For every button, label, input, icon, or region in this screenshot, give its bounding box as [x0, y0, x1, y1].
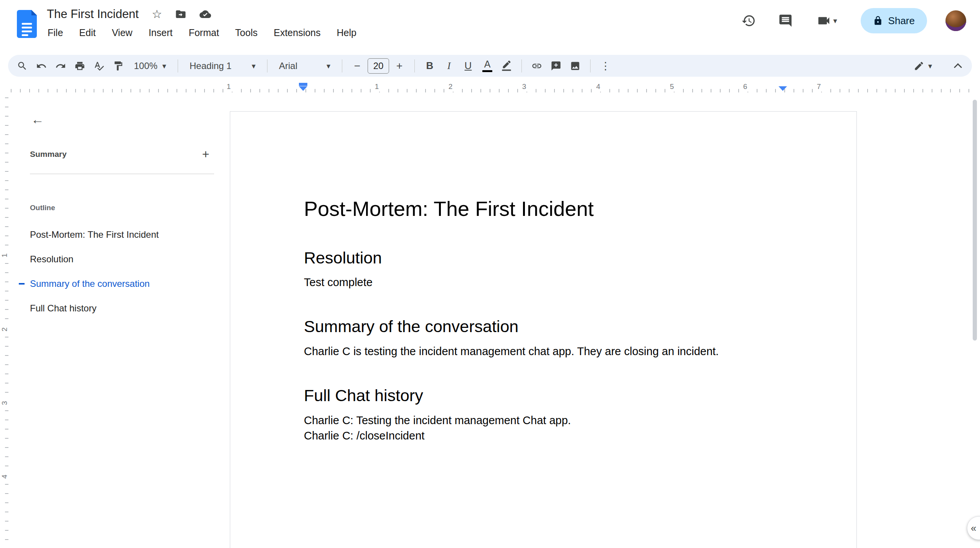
doc-heading[interactable]: Full Chat history: [304, 386, 784, 406]
comments-button[interactable]: [776, 12, 795, 30]
menu-extensions[interactable]: Extensions: [273, 26, 321, 39]
document-title[interactable]: The First Incident: [47, 7, 139, 21]
doc-title-heading[interactable]: Post-Mortem: The First Incident: [304, 196, 784, 221]
outline-item-label: Resolution: [30, 254, 73, 265]
back-button[interactable]: ←: [27, 109, 48, 130]
ruler-number: 1: [224, 82, 233, 92]
undo-button[interactable]: [33, 57, 50, 75]
lock-icon: [873, 16, 883, 26]
doc-paragraph[interactable]: Test complete: [304, 275, 784, 290]
comment-add-icon: [551, 61, 561, 71]
add-comment-button[interactable]: [547, 57, 565, 75]
paint-format-button[interactable]: [109, 57, 127, 75]
italic-button[interactable]: I: [440, 57, 458, 75]
spellcheck-button[interactable]: [90, 57, 108, 75]
outline-item-label: Summary of the conversation: [30, 278, 150, 289]
toolbar: 100% ▾ Heading 1 ▾ Arial ▾ − 20 + B I U …: [8, 55, 972, 77]
menu-file[interactable]: File: [47, 26, 64, 39]
text-color-label: A: [484, 59, 491, 69]
doc-section-summary: Summary of the conversation Charlie C is…: [304, 317, 784, 359]
chevron-down-icon: ▾: [162, 62, 166, 70]
font-family-select[interactable]: Arial ▾: [274, 57, 336, 75]
docs-logo[interactable]: [17, 10, 37, 38]
indent-marker-left[interactable]: [299, 83, 307, 91]
toolbar-separator: [178, 59, 178, 72]
outline-item-label: Post-Mortem: The First Incident: [30, 229, 159, 240]
insert-link-button[interactable]: [528, 57, 546, 75]
doc-paragraph[interactable]: Charlie C: Testing the incident manageme…: [304, 413, 784, 428]
paragraph-style-select[interactable]: Heading 1 ▾: [184, 57, 261, 75]
doc-heading[interactable]: Resolution: [304, 248, 784, 268]
doc-section-resolution: Resolution Test complete: [304, 248, 784, 290]
ruler-number: 2: [446, 82, 455, 92]
vertical-scrollbar[interactable]: [973, 100, 977, 341]
text-color-swatch: [482, 70, 492, 72]
outline-item[interactable]: Full Chat history: [11, 296, 222, 321]
bold-button[interactable]: B: [421, 57, 439, 75]
ruler-number: 7: [815, 82, 823, 92]
menu-tools[interactable]: Tools: [234, 26, 258, 39]
toolbar-separator: [521, 59, 522, 72]
meet-button[interactable]: ▾: [813, 12, 841, 30]
menu-view[interactable]: View: [111, 26, 133, 39]
editing-mode-button[interactable]: ▾: [910, 58, 936, 74]
ruler-number: 6: [741, 82, 750, 92]
collapse-left-icon: «: [971, 522, 976, 534]
chevron-down-icon: ▾: [327, 62, 330, 70]
underline-button[interactable]: U: [459, 57, 477, 75]
more-options-button[interactable]: ⋮: [597, 57, 614, 75]
font-size-input[interactable]: 20: [368, 58, 389, 74]
paragraph-style-value: Heading 1: [190, 61, 231, 71]
chevron-up-icon: [954, 63, 962, 71]
outline-item[interactable]: Post-Mortem: The First Incident: [11, 222, 222, 247]
ruler-number: 5: [668, 82, 676, 92]
summary-label: Summary: [30, 150, 67, 159]
highlight-color-button[interactable]: [498, 57, 515, 75]
search-button[interactable]: [13, 57, 31, 75]
chevron-down-icon: ▾: [928, 62, 932, 70]
decrease-font-size-button[interactable]: −: [348, 57, 366, 75]
redo-icon: [55, 61, 66, 71]
toolbar-separator: [414, 59, 415, 72]
outline-item-active[interactable]: Summary of the conversation: [11, 272, 222, 296]
active-indicator: [19, 283, 25, 285]
doc-section-chat-history: Full Chat history Charlie C: Testing the…: [304, 386, 784, 443]
star-icon[interactable]: ☆: [152, 8, 162, 20]
menu-bar: File Edit View Insert Format Tools Exten…: [47, 26, 357, 39]
print-button[interactable]: [71, 57, 89, 75]
document-page[interactable]: Post-Mortem: The First Incident Resoluti…: [230, 111, 857, 548]
move-folder-icon[interactable]: [175, 8, 186, 20]
font-family-value: Arial: [279, 61, 297, 71]
outline-panel: ← Summary + Outline Post-Mortem: The Fir…: [11, 95, 226, 548]
hide-menus-button[interactable]: [949, 57, 967, 75]
menu-help[interactable]: Help: [336, 26, 357, 39]
redo-button[interactable]: [52, 57, 69, 75]
zoom-select[interactable]: 100% ▾: [129, 57, 172, 75]
left-indent-marker[interactable]: [299, 86, 307, 91]
expand-side-panel-button[interactable]: «: [967, 516, 980, 540]
search-icon: [17, 61, 28, 71]
outline-item[interactable]: Resolution: [11, 247, 222, 272]
doc-paragraph[interactable]: Charlie C is testing the incident manage…: [304, 344, 784, 359]
insert-image-button[interactable]: [566, 57, 584, 75]
share-button[interactable]: Share: [861, 8, 927, 33]
ruler-number: 3: [0, 398, 10, 408]
indent-marker-right[interactable]: [779, 86, 787, 91]
add-summary-button[interactable]: +: [197, 146, 214, 163]
doc-heading[interactable]: Summary of the conversation: [304, 317, 784, 337]
version-history-button[interactable]: [739, 12, 758, 30]
right-indent-marker[interactable]: [779, 86, 787, 91]
menu-format[interactable]: Format: [188, 26, 220, 39]
cloud-saved-icon[interactable]: [200, 8, 211, 20]
chevron-down-icon: ▾: [833, 17, 837, 25]
vertical-ruler: 1 2 3 4: [0, 95, 11, 548]
toolbar-separator: [267, 59, 267, 72]
ruler-number: 1: [373, 82, 381, 92]
first-line-indent-marker[interactable]: [299, 83, 307, 86]
text-color-button[interactable]: A: [478, 57, 496, 75]
doc-paragraph[interactable]: Charlie C: /closeIncident: [304, 428, 784, 443]
menu-edit[interactable]: Edit: [78, 26, 96, 39]
menu-insert[interactable]: Insert: [148, 26, 173, 39]
increase-font-size-button[interactable]: +: [391, 57, 408, 75]
avatar[interactable]: [945, 10, 966, 31]
